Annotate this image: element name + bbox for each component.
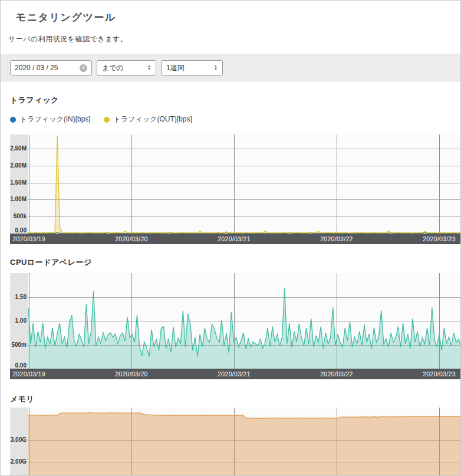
y-tick-label: 500k xyxy=(14,213,27,219)
y-tick-label: 500m xyxy=(11,342,27,348)
x-date-label: 2020/03/21 xyxy=(202,235,266,242)
page-subtitle: サーバの利用状況を確認できます。 xyxy=(8,34,460,44)
filter-bar: 2020 / 03 / 25 ✕ までの ▲ ▼ 1週間 ▲ ▼ xyxy=(1,54,460,82)
memory-section-title: メモリ xyxy=(10,394,460,405)
until-select[interactable]: までの ▲ ▼ xyxy=(97,60,156,75)
y-tick-label: 0.00 xyxy=(15,362,27,369)
x-date-label: 2020/03/23 xyxy=(407,235,461,242)
traffic-out-line xyxy=(28,136,461,232)
date-input[interactable]: 2020 / 03 / 25 ✕ xyxy=(10,60,92,75)
select-arrows-icon: ▲ ▼ xyxy=(214,65,218,71)
memory-y-axis: 1.00G2.00G3.00G xyxy=(10,408,28,476)
memory-chart: 1.00G2.00G3.00G 2020/03/192020/03/202020… xyxy=(10,408,461,476)
traffic-x-axis: 2020/03/192020/03/202020/03/212020/03/22… xyxy=(10,234,461,244)
range-select-value: 1週間 xyxy=(166,63,185,73)
traffic-chart: 0.00500k1.00M1.50M2.00M2.50M 2020/03/192… xyxy=(10,134,461,244)
x-date-label: 2020/03/20 xyxy=(99,235,164,242)
x-date-label: 2020/03/22 xyxy=(304,370,369,377)
y-tick-label: 2.00G xyxy=(11,458,27,465)
x-date-label: 2020/03/21 xyxy=(202,370,266,377)
y-tick-label: 2.00M xyxy=(10,162,27,169)
traffic-out-dot-icon xyxy=(104,117,110,123)
memory-used-area xyxy=(28,413,461,476)
clear-date-icon[interactable]: ✕ xyxy=(80,64,87,72)
traffic-section-title: トラフィック xyxy=(10,95,460,106)
arrow-down-icon: ▼ xyxy=(147,68,151,71)
y-tick-label: 1.00 xyxy=(15,317,27,324)
until-select-value: までの xyxy=(102,63,124,73)
traffic-out-area xyxy=(28,136,461,234)
y-tick-label: 1.00M xyxy=(10,196,27,202)
cpu-y-axis: 0.00500m1.001.50 xyxy=(10,273,28,369)
memory-plot xyxy=(28,408,461,476)
select-arrows-icon: ▲ ▼ xyxy=(147,65,151,71)
legend-label: トラフィック(IN)[bps] xyxy=(20,114,91,124)
cpu-plot xyxy=(28,273,461,369)
x-date-label: 2020/03/20 xyxy=(99,370,164,377)
monitoring-tool-page: モニタリングツール サーバの利用状況を確認できます。 2020 / 03 / 2… xyxy=(0,0,461,476)
y-tick-label: 1.50 xyxy=(15,294,27,300)
arrow-down-icon: ▼ xyxy=(214,68,218,71)
y-tick-label: 2.50M xyxy=(10,145,27,152)
traffic-in-dot-icon xyxy=(10,117,16,123)
cpu-section-title: CPUロードアベレージ xyxy=(10,257,460,268)
legend-item-traffic-out[interactable]: トラフィック(OUT)[bps] xyxy=(104,114,192,124)
range-select[interactable]: 1週間 ▲ ▼ xyxy=(161,60,223,75)
y-tick-label: 0.00 xyxy=(15,227,27,234)
y-tick-label: 3.00G xyxy=(11,436,27,443)
cpu-x-axis: 2020/03/192020/03/202020/03/212020/03/22… xyxy=(10,369,461,379)
x-date-label: 2020/03/22 xyxy=(304,235,369,242)
date-value: 2020 / 03 / 25 xyxy=(15,64,58,72)
x-date-label: 2020/03/19 xyxy=(0,235,61,242)
y-tick-label: 1.50M xyxy=(10,179,27,186)
page-title: モニタリングツール xyxy=(16,11,460,24)
legend-label: トラフィック(OUT)[bps] xyxy=(114,114,192,124)
traffic-plot xyxy=(28,134,461,234)
traffic-y-axis: 0.00500k1.00M1.50M2.00M2.50M xyxy=(10,134,28,234)
legend-item-traffic-in[interactable]: トラフィック(IN)[bps] xyxy=(10,114,91,124)
traffic-legend: トラフィック(IN)[bps] トラフィック(OUT)[bps] xyxy=(10,114,460,124)
x-date-label: 2020/03/23 xyxy=(407,370,461,377)
cpu-chart: 0.00500m1.001.50 2020/03/192020/03/20202… xyxy=(10,273,461,379)
x-date-label: 2020/03/19 xyxy=(0,370,61,377)
